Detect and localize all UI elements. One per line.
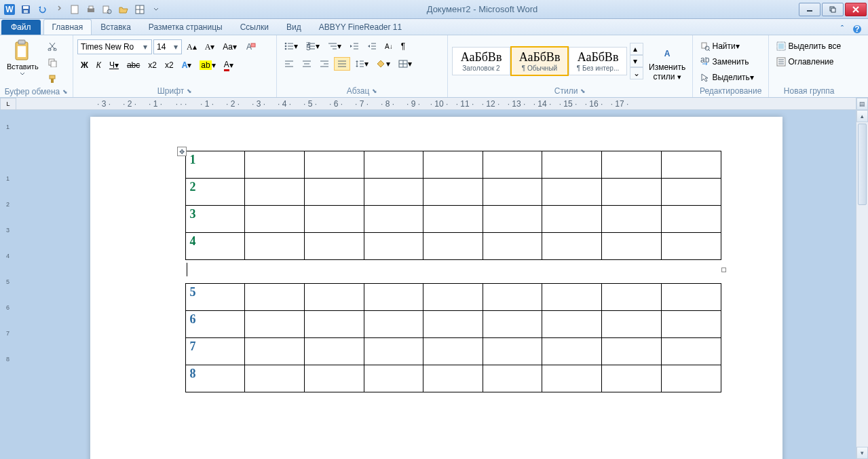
table-icon[interactable]: [133, 3, 147, 16]
justify-button[interactable]: [334, 57, 350, 71]
group-newgroup: Выделить все Оглавление Новая группа: [769, 35, 849, 97]
styles-scroll-down[interactable]: ▾: [630, 55, 643, 67]
group-label-editing: Редактирование: [700, 86, 761, 96]
change-case-button[interactable]: Aa▾: [219, 40, 240, 54]
font-color-button[interactable]: A▾: [221, 58, 237, 72]
style-heading2[interactable]: АаБбВвЗаголовок 2: [452, 47, 510, 75]
styles-expand[interactable]: ⌄: [630, 67, 643, 79]
group-label-clipboard: Буфер обмена: [5, 87, 60, 96]
svg-rect-19: [18, 40, 25, 44]
italic-button[interactable]: К: [93, 58, 105, 72]
bold-button[interactable]: Ж: [77, 58, 92, 72]
sort-button[interactable]: A↓: [381, 39, 396, 53]
cut-button[interactable]: [44, 39, 60, 53]
tab-insert[interactable]: Вставка: [92, 19, 140, 35]
dialog-launcher-icon[interactable]: ⬊: [62, 88, 68, 95]
dialog-launcher-icon[interactable]: ⬊: [580, 88, 586, 94]
minimize-button[interactable]: [799, 3, 820, 16]
decrease-indent-button[interactable]: [346, 39, 362, 53]
svg-rect-20: [18, 46, 26, 57]
word-app-icon[interactable]: W: [3, 3, 16, 16]
show-marks-button[interactable]: ¶: [398, 39, 409, 53]
file-tab[interactable]: Файл: [1, 20, 41, 35]
shading-button[interactable]: ▾: [373, 57, 394, 71]
superscript-button[interactable]: x2: [162, 58, 177, 72]
close-button[interactable]: [845, 3, 867, 16]
tab-abbyy[interactable]: ABBYY FineReader 11: [310, 19, 411, 35]
preview-icon[interactable]: [100, 3, 114, 16]
title-bar: W Документ2 - Microsoft Word: [0, 0, 868, 19]
copy-button[interactable]: [44, 56, 60, 69]
svg-rect-5: [71, 5, 78, 14]
group-font: ▾ ▾ A▴ A▾ Aa▾ A Ж К Ч▾ abc x2 x2 A▾ ab▾ …: [73, 35, 277, 97]
change-styles-icon: A: [656, 40, 678, 62]
print-icon[interactable]: [84, 3, 98, 16]
bullets-button[interactable]: ▾: [281, 39, 301, 53]
tab-references[interactable]: Ссылки: [231, 19, 278, 35]
text-effects-button[interactable]: A▾: [178, 58, 195, 72]
help-icon[interactable]: ?: [852, 24, 863, 35]
svg-point-29: [285, 43, 287, 45]
tab-home[interactable]: Главная: [43, 19, 92, 35]
borders-button[interactable]: ▾: [395, 57, 415, 71]
styles-scroll-up[interactable]: ▴: [630, 43, 643, 55]
quick-access-toolbar: W: [0, 3, 166, 16]
svg-rect-8: [103, 6, 109, 13]
align-left-button[interactable]: [281, 57, 297, 71]
find-button[interactable]: Найти ▾: [697, 39, 757, 53]
redo-icon[interactable]: [52, 3, 65, 16]
dialog-launcher-icon[interactable]: ⬊: [372, 88, 377, 94]
group-label-styles: Стили: [554, 86, 578, 96]
paste-button[interactable]: Вставить: [4, 37, 41, 78]
shrink-font-button[interactable]: A▾: [202, 40, 219, 54]
window-title: Документ2 - Microsoft Word: [166, 4, 799, 14]
subscript-button[interactable]: x2: [145, 58, 160, 72]
svg-text:W: W: [5, 5, 14, 14]
clear-formatting-button[interactable]: A: [242, 40, 259, 54]
numbering-button[interactable]: 123▾: [303, 39, 323, 53]
minimize-ribbon-icon[interactable]: ˆ: [837, 24, 848, 35]
svg-point-33: [285, 48, 287, 50]
align-right-button[interactable]: [316, 57, 333, 71]
svg-rect-7: [89, 6, 93, 9]
svg-point-31: [285, 45, 287, 48]
tab-view[interactable]: Вид: [278, 19, 310, 35]
font-name-combo[interactable]: ▾: [77, 39, 152, 54]
select-all-button[interactable]: Выделить все: [773, 39, 844, 53]
qat-customize-icon[interactable]: [149, 3, 163, 16]
format-painter-button[interactable]: [44, 72, 60, 86]
tab-layout[interactable]: Разметка страницы: [140, 19, 231, 35]
undo-icon[interactable]: [35, 3, 49, 16]
highlight-button[interactable]: ab▾: [196, 58, 219, 72]
svg-line-72: [709, 50, 710, 51]
line-spacing-button[interactable]: ▾: [352, 57, 372, 71]
ribbon-tabs: Файл Главная Вставка Разметка страницы С…: [0, 19, 868, 35]
maximize-button[interactable]: [822, 3, 844, 16]
increase-indent-button[interactable]: [364, 39, 380, 53]
multilevel-list-button[interactable]: ▾: [324, 39, 345, 53]
open-icon[interactable]: [117, 3, 130, 16]
replace-button[interactable]: ab Заменить: [697, 55, 757, 69]
svg-rect-3: [23, 6, 29, 9]
strikethrough-button[interactable]: abc: [124, 58, 143, 72]
ribbon: Вставить Буфер обмена⬊ ▾ ▾ A▴ A▾ Aa▾ A Ж: [0, 35, 868, 98]
clipboard-icon: [12, 39, 33, 61]
group-label-paragraph: Абзац: [347, 86, 370, 96]
select-button[interactable]: Выделить ▾: [697, 71, 757, 84]
group-paragraph: ▾ 123▾ ▾ A↓ ¶ ▾ ▾ ▾ Абзац⬊: [277, 35, 448, 97]
align-center-button[interactable]: [299, 57, 315, 71]
svg-text:A: A: [664, 49, 671, 58]
style-nospacing[interactable]: АаБбВв¶ Без интер...: [569, 47, 627, 75]
group-styles: АаБбВвЗаголовок 2 АаБбВв¶ Обычный АаБбВв…: [448, 35, 693, 97]
grow-font-button[interactable]: A▴: [183, 40, 200, 54]
save-icon[interactable]: [19, 3, 33, 16]
underline-button[interactable]: Ч▾: [106, 58, 122, 72]
svg-text:?: ?: [854, 24, 859, 34]
change-styles-button[interactable]: A Изменитьстили ▾: [646, 37, 688, 84]
dialog-launcher-icon[interactable]: ⬊: [187, 88, 192, 94]
new-doc-icon[interactable]: [68, 3, 81, 16]
toc-button[interactable]: Оглавление: [773, 55, 844, 69]
svg-rect-26: [51, 79, 54, 83]
font-size-combo[interactable]: ▾: [153, 39, 182, 54]
style-normal[interactable]: АаБбВв¶ Обычный: [510, 46, 569, 76]
